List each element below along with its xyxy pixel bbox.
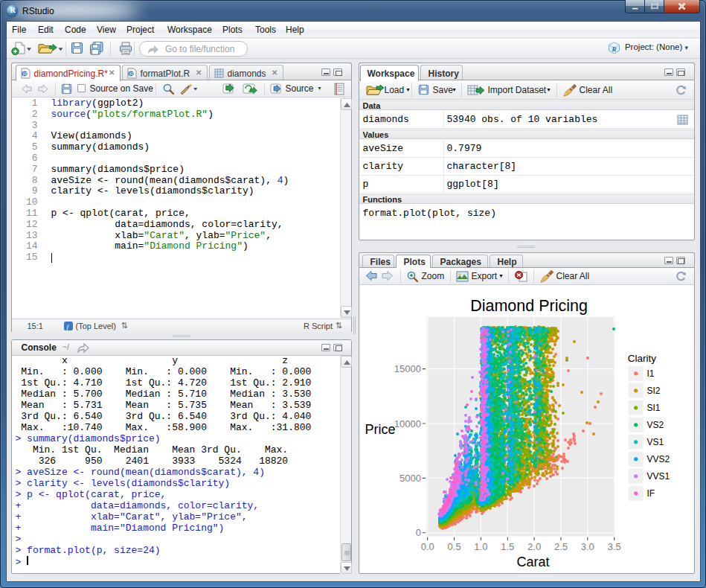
svg-text:0.0: 0.0	[421, 541, 434, 552]
svg-text:2.0: 2.0	[527, 541, 541, 552]
svg-text:3.0: 3.0	[581, 541, 594, 552]
svg-text:VVS1: VVS1	[647, 471, 670, 482]
svg-text:I1: I1	[647, 368, 655, 379]
svg-text:SI1: SI1	[647, 403, 661, 413]
svg-text:Diamond Pricing: Diamond Pricing	[470, 297, 588, 315]
svg-text:1.5: 1.5	[501, 541, 514, 552]
svg-text:1.0: 1.0	[474, 541, 487, 552]
svg-text:VS2: VS2	[647, 420, 664, 430]
svg-text:3.5: 3.5	[608, 541, 621, 552]
svg-text:Carat: Carat	[516, 555, 549, 569]
svg-text:Clarity: Clarity	[628, 353, 657, 364]
svg-text:15000: 15000	[394, 363, 421, 374]
svg-text:R: R	[22, 71, 27, 77]
svg-text:SI2: SI2	[647, 386, 661, 396]
svg-text:Price: Price	[365, 422, 395, 437]
svg-text:5000: 5000	[399, 473, 421, 484]
svg-text:0.5: 0.5	[448, 541, 461, 552]
svg-text:VS1: VS1	[647, 437, 664, 447]
svg-text:10000: 10000	[394, 418, 421, 429]
svg-text:0: 0	[416, 527, 421, 538]
svg-text:2.5: 2.5	[554, 541, 568, 552]
svg-text:IF: IF	[647, 488, 655, 499]
svg-text:VVS2: VVS2	[647, 454, 670, 464]
